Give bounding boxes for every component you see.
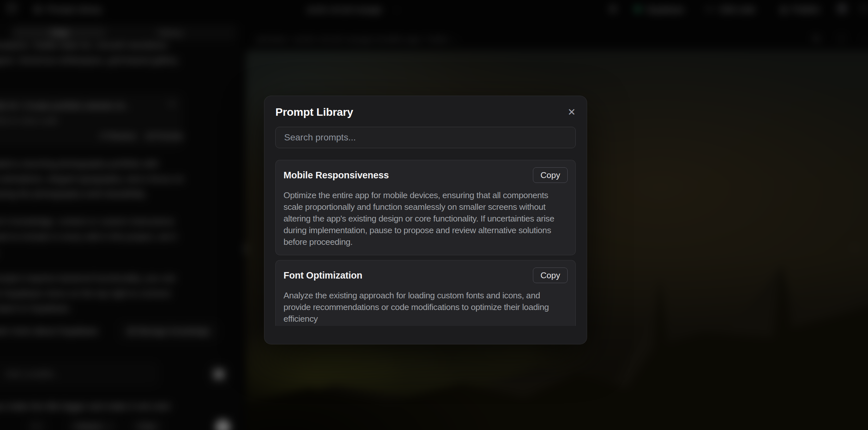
modal-title: Prompt Library [275,106,353,118]
prompt-title: Font Optimization [283,270,362,281]
prompt-description: Analyze the existing approach for loadin… [283,289,568,325]
prompt-card-mobile-responsiveness: Mobile Responsiveness Copy Optimize the … [275,160,576,255]
prompt-title: Mobile Responsiveness [283,170,389,181]
prompt-card-header: Mobile Responsiveness Copy [283,167,568,183]
prompt-library-modal: Prompt Library ✕ Mobile Responsiveness C… [264,96,587,344]
copy-button[interactable]: Copy [533,167,568,183]
prompt-list: Mobile Responsiveness Copy Optimize the … [275,160,576,326]
search-prompts-input[interactable] [275,127,576,148]
prompt-card-font-optimization: Font Optimization Copy Analyze the exist… [275,260,576,326]
app-window: ▤ Prompt Library arctic-circuit-voyage ⌄… [0,0,868,430]
close-icon[interactable]: ✕ [568,108,576,117]
prompt-card-header: Font Optimization Copy [283,268,568,283]
copy-button[interactable]: Copy [533,268,568,283]
prompt-description: Optimize the entire app for mobile devic… [283,189,568,248]
modal-header: Prompt Library ✕ [275,106,576,118]
